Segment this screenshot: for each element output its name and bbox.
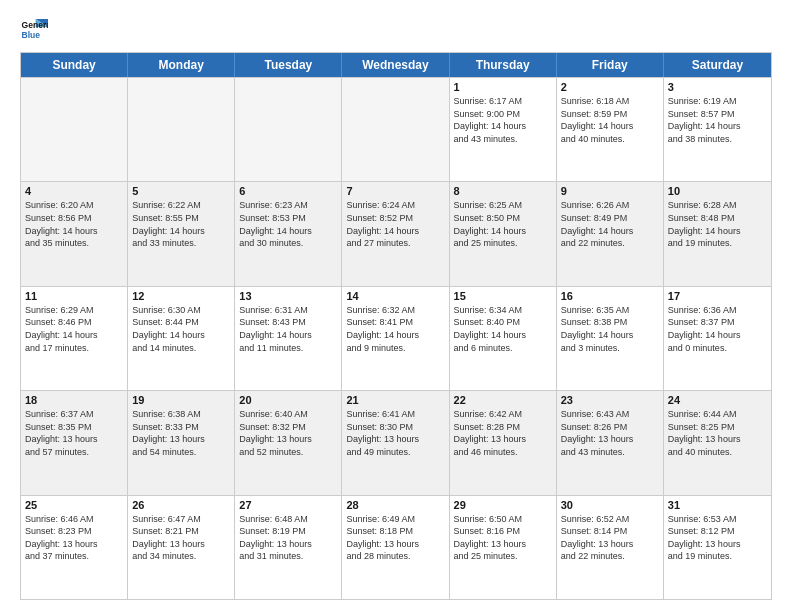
- calendar-cell-3-3: 21Sunrise: 6:41 AM Sunset: 8:30 PM Dayli…: [342, 391, 449, 494]
- day-number: 26: [132, 499, 230, 511]
- day-info: Sunrise: 6:18 AM Sunset: 8:59 PM Dayligh…: [561, 95, 659, 145]
- day-number: 27: [239, 499, 337, 511]
- day-number: 1: [454, 81, 552, 93]
- day-number: 30: [561, 499, 659, 511]
- header-day-sunday: Sunday: [21, 53, 128, 77]
- day-info: Sunrise: 6:34 AM Sunset: 8:40 PM Dayligh…: [454, 304, 552, 354]
- calendar-cell-3-2: 20Sunrise: 6:40 AM Sunset: 8:32 PM Dayli…: [235, 391, 342, 494]
- calendar-cell-3-1: 19Sunrise: 6:38 AM Sunset: 8:33 PM Dayli…: [128, 391, 235, 494]
- calendar-cell-2-1: 12Sunrise: 6:30 AM Sunset: 8:44 PM Dayli…: [128, 287, 235, 390]
- day-number: 17: [668, 290, 767, 302]
- calendar-cell-4-0: 25Sunrise: 6:46 AM Sunset: 8:23 PM Dayli…: [21, 496, 128, 599]
- day-info: Sunrise: 6:24 AM Sunset: 8:52 PM Dayligh…: [346, 199, 444, 249]
- calendar-row-1: 4Sunrise: 6:20 AM Sunset: 8:56 PM Daylig…: [21, 181, 771, 285]
- header-day-monday: Monday: [128, 53, 235, 77]
- day-number: 18: [25, 394, 123, 406]
- header: General Blue: [20, 16, 772, 44]
- day-number: 25: [25, 499, 123, 511]
- calendar-body: 1Sunrise: 6:17 AM Sunset: 9:00 PM Daylig…: [21, 77, 771, 599]
- day-number: 5: [132, 185, 230, 197]
- calendar-cell-1-0: 4Sunrise: 6:20 AM Sunset: 8:56 PM Daylig…: [21, 182, 128, 285]
- day-info: Sunrise: 6:35 AM Sunset: 8:38 PM Dayligh…: [561, 304, 659, 354]
- day-info: Sunrise: 6:22 AM Sunset: 8:55 PM Dayligh…: [132, 199, 230, 249]
- day-number: 24: [668, 394, 767, 406]
- svg-text:General: General: [22, 20, 48, 30]
- day-info: Sunrise: 6:32 AM Sunset: 8:41 PM Dayligh…: [346, 304, 444, 354]
- calendar-cell-4-2: 27Sunrise: 6:48 AM Sunset: 8:19 PM Dayli…: [235, 496, 342, 599]
- day-number: 14: [346, 290, 444, 302]
- day-number: 2: [561, 81, 659, 93]
- calendar-cell-2-3: 14Sunrise: 6:32 AM Sunset: 8:41 PM Dayli…: [342, 287, 449, 390]
- calendar: SundayMondayTuesdayWednesdayThursdayFrid…: [20, 52, 772, 600]
- calendar-cell-0-4: 1Sunrise: 6:17 AM Sunset: 9:00 PM Daylig…: [450, 78, 557, 181]
- calendar-cell-2-0: 11Sunrise: 6:29 AM Sunset: 8:46 PM Dayli…: [21, 287, 128, 390]
- day-info: Sunrise: 6:47 AM Sunset: 8:21 PM Dayligh…: [132, 513, 230, 563]
- header-day-friday: Friday: [557, 53, 664, 77]
- day-info: Sunrise: 6:43 AM Sunset: 8:26 PM Dayligh…: [561, 408, 659, 458]
- day-info: Sunrise: 6:26 AM Sunset: 8:49 PM Dayligh…: [561, 199, 659, 249]
- logo-icon: General Blue: [20, 16, 48, 44]
- calendar-header: SundayMondayTuesdayWednesdayThursdayFrid…: [21, 53, 771, 77]
- calendar-cell-1-2: 6Sunrise: 6:23 AM Sunset: 8:53 PM Daylig…: [235, 182, 342, 285]
- calendar-row-4: 25Sunrise: 6:46 AM Sunset: 8:23 PM Dayli…: [21, 495, 771, 599]
- calendar-cell-0-0: [21, 78, 128, 181]
- calendar-cell-3-0: 18Sunrise: 6:37 AM Sunset: 8:35 PM Dayli…: [21, 391, 128, 494]
- day-info: Sunrise: 6:30 AM Sunset: 8:44 PM Dayligh…: [132, 304, 230, 354]
- day-info: Sunrise: 6:17 AM Sunset: 9:00 PM Dayligh…: [454, 95, 552, 145]
- calendar-cell-1-1: 5Sunrise: 6:22 AM Sunset: 8:55 PM Daylig…: [128, 182, 235, 285]
- calendar-cell-0-3: [342, 78, 449, 181]
- calendar-cell-1-6: 10Sunrise: 6:28 AM Sunset: 8:48 PM Dayli…: [664, 182, 771, 285]
- header-day-tuesday: Tuesday: [235, 53, 342, 77]
- day-info: Sunrise: 6:23 AM Sunset: 8:53 PM Dayligh…: [239, 199, 337, 249]
- calendar-row-0: 1Sunrise: 6:17 AM Sunset: 9:00 PM Daylig…: [21, 77, 771, 181]
- calendar-cell-0-2: [235, 78, 342, 181]
- calendar-cell-3-4: 22Sunrise: 6:42 AM Sunset: 8:28 PM Dayli…: [450, 391, 557, 494]
- day-info: Sunrise: 6:41 AM Sunset: 8:30 PM Dayligh…: [346, 408, 444, 458]
- calendar-cell-2-5: 16Sunrise: 6:35 AM Sunset: 8:38 PM Dayli…: [557, 287, 664, 390]
- day-number: 15: [454, 290, 552, 302]
- day-number: 23: [561, 394, 659, 406]
- calendar-cell-3-5: 23Sunrise: 6:43 AM Sunset: 8:26 PM Dayli…: [557, 391, 664, 494]
- day-info: Sunrise: 6:38 AM Sunset: 8:33 PM Dayligh…: [132, 408, 230, 458]
- calendar-cell-1-5: 9Sunrise: 6:26 AM Sunset: 8:49 PM Daylig…: [557, 182, 664, 285]
- day-number: 22: [454, 394, 552, 406]
- day-number: 8: [454, 185, 552, 197]
- day-info: Sunrise: 6:49 AM Sunset: 8:18 PM Dayligh…: [346, 513, 444, 563]
- day-info: Sunrise: 6:48 AM Sunset: 8:19 PM Dayligh…: [239, 513, 337, 563]
- day-number: 31: [668, 499, 767, 511]
- day-info: Sunrise: 6:25 AM Sunset: 8:50 PM Dayligh…: [454, 199, 552, 249]
- calendar-row-3: 18Sunrise: 6:37 AM Sunset: 8:35 PM Dayli…: [21, 390, 771, 494]
- calendar-cell-3-6: 24Sunrise: 6:44 AM Sunset: 8:25 PM Dayli…: [664, 391, 771, 494]
- day-number: 11: [25, 290, 123, 302]
- day-info: Sunrise: 6:29 AM Sunset: 8:46 PM Dayligh…: [25, 304, 123, 354]
- day-info: Sunrise: 6:20 AM Sunset: 8:56 PM Dayligh…: [25, 199, 123, 249]
- day-number: 7: [346, 185, 444, 197]
- day-number: 6: [239, 185, 337, 197]
- calendar-cell-0-6: 3Sunrise: 6:19 AM Sunset: 8:57 PM Daylig…: [664, 78, 771, 181]
- calendar-cell-1-4: 8Sunrise: 6:25 AM Sunset: 8:50 PM Daylig…: [450, 182, 557, 285]
- day-info: Sunrise: 6:50 AM Sunset: 8:16 PM Dayligh…: [454, 513, 552, 563]
- calendar-cell-1-3: 7Sunrise: 6:24 AM Sunset: 8:52 PM Daylig…: [342, 182, 449, 285]
- calendar-cell-2-4: 15Sunrise: 6:34 AM Sunset: 8:40 PM Dayli…: [450, 287, 557, 390]
- day-number: 4: [25, 185, 123, 197]
- day-info: Sunrise: 6:42 AM Sunset: 8:28 PM Dayligh…: [454, 408, 552, 458]
- day-info: Sunrise: 6:52 AM Sunset: 8:14 PM Dayligh…: [561, 513, 659, 563]
- day-number: 12: [132, 290, 230, 302]
- header-day-wednesday: Wednesday: [342, 53, 449, 77]
- day-number: 20: [239, 394, 337, 406]
- day-info: Sunrise: 6:44 AM Sunset: 8:25 PM Dayligh…: [668, 408, 767, 458]
- day-number: 13: [239, 290, 337, 302]
- day-number: 9: [561, 185, 659, 197]
- calendar-cell-2-6: 17Sunrise: 6:36 AM Sunset: 8:37 PM Dayli…: [664, 287, 771, 390]
- calendar-cell-0-5: 2Sunrise: 6:18 AM Sunset: 8:59 PM Daylig…: [557, 78, 664, 181]
- calendar-cell-0-1: [128, 78, 235, 181]
- day-info: Sunrise: 6:37 AM Sunset: 8:35 PM Dayligh…: [25, 408, 123, 458]
- day-info: Sunrise: 6:28 AM Sunset: 8:48 PM Dayligh…: [668, 199, 767, 249]
- header-day-thursday: Thursday: [450, 53, 557, 77]
- day-number: 19: [132, 394, 230, 406]
- calendar-cell-4-4: 29Sunrise: 6:50 AM Sunset: 8:16 PM Dayli…: [450, 496, 557, 599]
- header-day-saturday: Saturday: [664, 53, 771, 77]
- day-number: 21: [346, 394, 444, 406]
- calendar-cell-4-1: 26Sunrise: 6:47 AM Sunset: 8:21 PM Dayli…: [128, 496, 235, 599]
- day-number: 28: [346, 499, 444, 511]
